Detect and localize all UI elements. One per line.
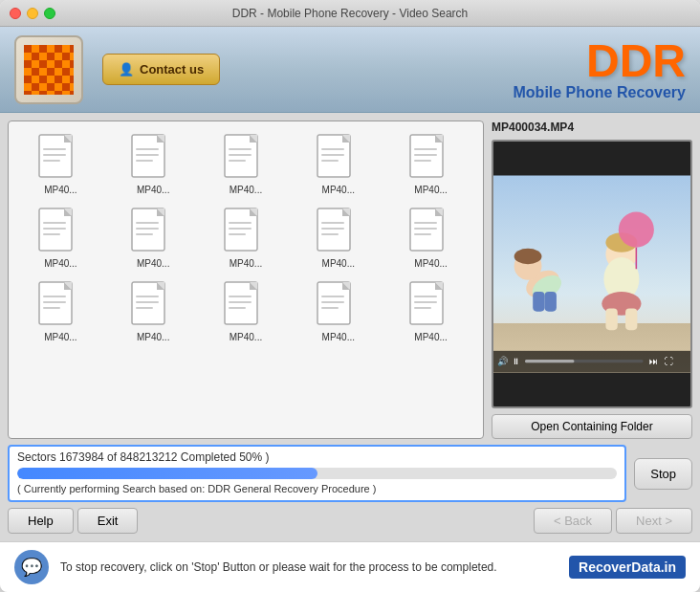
svg-rect-102 (321, 228, 344, 230)
progress-bar-fill (17, 468, 317, 479)
svg-rect-146 (533, 292, 544, 312)
svg-rect-25 (47, 68, 55, 76)
file-icon (223, 133, 269, 183)
brand-title: DDR (514, 38, 687, 84)
svg-rect-43 (24, 91, 32, 95)
svg-rect-19 (55, 60, 62, 68)
footer-bar: 💬 To stop recovery, click on 'Stop' Butt… (0, 541, 700, 592)
file-icon (316, 207, 361, 256)
file-label: MP40... (137, 185, 169, 195)
maximize-button[interactable] (44, 8, 55, 19)
svg-rect-31 (39, 76, 47, 83)
svg-rect-153 (625, 309, 637, 331)
svg-rect-44 (32, 91, 39, 95)
svg-rect-48 (62, 91, 70, 95)
file-icon (408, 207, 454, 256)
file-icon (130, 207, 176, 256)
file-item[interactable]: MP40... (386, 276, 475, 346)
back-button[interactable]: < Back (534, 508, 612, 534)
svg-rect-61 (136, 160, 153, 162)
svg-rect-137 (414, 296, 437, 297)
svg-rect-20 (62, 60, 70, 68)
svg-rect-23 (32, 68, 39, 76)
file-item[interactable]: MP40... (202, 276, 291, 346)
svg-rect-9 (32, 53, 39, 60)
svg-rect-101 (321, 222, 344, 224)
main-content: MP40... MP40... (0, 113, 700, 541)
progress-status-text: ( Currently performing Search based on: … (17, 483, 617, 494)
svg-rect-3 (39, 45, 47, 53)
svg-rect-160 (525, 360, 575, 362)
preview-image: 🔊 ⏸ ⏭ ⛶ (492, 140, 692, 408)
svg-rect-34 (62, 76, 70, 83)
svg-rect-147 (545, 292, 557, 312)
svg-text:⛶: ⛶ (665, 357, 673, 366)
open-containing-folder-button[interactable]: Open Containing Folder (492, 414, 692, 439)
next-button[interactable]: Next > (616, 508, 692, 534)
svg-rect-77 (414, 148, 437, 150)
svg-rect-73 (321, 160, 339, 162)
file-icon (408, 133, 454, 183)
file-item[interactable]: MP40... (16, 276, 105, 346)
svg-rect-120 (136, 301, 159, 303)
file-item[interactable]: MP40... (109, 129, 198, 199)
file-item[interactable]: MP40... (386, 203, 475, 273)
svg-rect-55 (43, 160, 60, 162)
footer-message: To stop recovery, click on 'Stop' Button… (60, 560, 558, 574)
svg-point-154 (619, 212, 654, 248)
window-title: DDR - Mobile Phone Recovery - Video Sear… (232, 7, 469, 20)
file-label: MP40... (414, 185, 447, 195)
svg-rect-8 (24, 53, 32, 60)
svg-rect-16 (32, 60, 39, 68)
minimize-button[interactable] (27, 8, 38, 19)
brand-subtitle: Mobile Phone Recovery (514, 84, 687, 101)
svg-rect-38 (39, 83, 47, 91)
file-item[interactable]: MP40... (202, 203, 291, 273)
svg-rect-7 (70, 45, 74, 53)
close-button[interactable] (10, 8, 21, 19)
svg-rect-41 (62, 83, 70, 91)
svg-rect-127 (229, 307, 246, 309)
file-item[interactable]: MP40... (294, 276, 383, 346)
svg-rect-66 (229, 154, 252, 156)
svg-rect-95 (229, 222, 252, 224)
svg-rect-114 (43, 301, 66, 303)
file-item[interactable]: MP40... (202, 129, 291, 199)
help-button[interactable]: Help (8, 508, 74, 534)
file-item[interactable]: MP40... (294, 129, 383, 199)
file-label: MP40... (322, 185, 355, 195)
svg-rect-60 (136, 154, 159, 156)
file-item[interactable]: MP40... (16, 203, 105, 273)
stop-button[interactable]: Stop (634, 458, 692, 490)
svg-rect-42 (70, 83, 74, 91)
svg-rect-72 (321, 154, 344, 156)
file-icon (316, 133, 361, 183)
svg-rect-17 (39, 60, 47, 68)
file-item[interactable]: MP40... (109, 203, 198, 273)
file-label: MP40... (230, 332, 262, 342)
sectors-text: Sectors 1673984 of 848213212 Completed 5… (17, 450, 617, 464)
exit-button[interactable]: Exit (77, 508, 139, 534)
svg-rect-97 (229, 233, 246, 235)
preview-panel: MP400034.MP4 (492, 121, 692, 439)
file-item[interactable]: MP40... (109, 276, 198, 346)
file-label: MP40... (414, 332, 447, 342)
file-item[interactable]: MP40... (16, 129, 105, 199)
file-icon (408, 280, 454, 330)
footer-brand: RecoverData.in (569, 556, 686, 579)
svg-rect-35 (70, 76, 74, 83)
file-item[interactable]: MP40... (294, 203, 383, 273)
file-label: MP40... (44, 332, 77, 342)
file-item[interactable]: MP40... (386, 129, 475, 199)
svg-rect-67 (229, 160, 246, 162)
contact-button[interactable]: 👤 Contact us (102, 54, 220, 85)
file-label: MP40... (414, 258, 447, 269)
file-grid: MP40... MP40... (16, 129, 475, 346)
svg-rect-125 (229, 296, 252, 297)
svg-rect-54 (43, 154, 66, 156)
svg-rect-71 (321, 148, 344, 150)
svg-rect-126 (229, 301, 252, 303)
svg-rect-37 (32, 83, 39, 91)
file-grid-container[interactable]: MP40... MP40... (8, 121, 484, 439)
svg-rect-85 (43, 233, 60, 235)
